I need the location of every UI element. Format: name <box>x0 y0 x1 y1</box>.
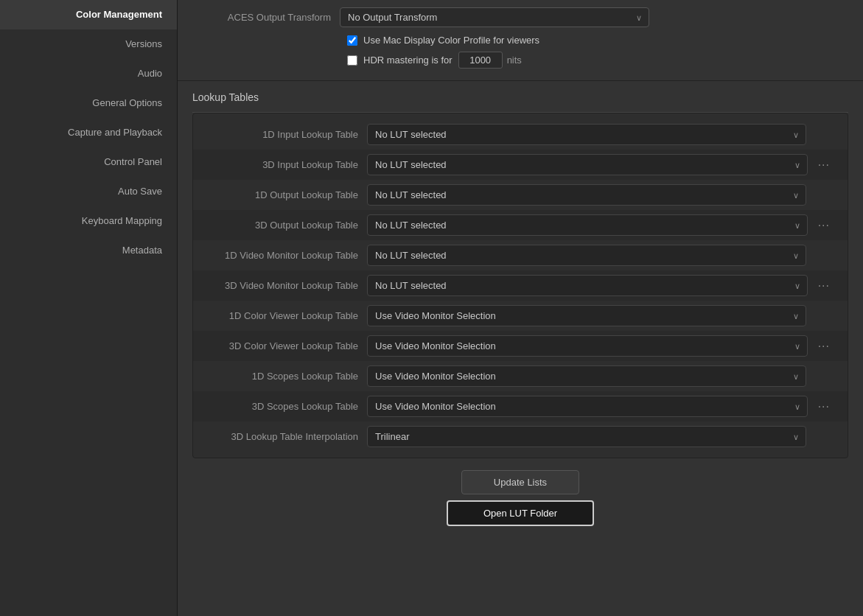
button-row: Update Lists Open LUT Folder <box>192 458 848 526</box>
lookup-tables-title: Lookup Tables <box>192 81 848 113</box>
lookup-label-3d-scopes: 3D Scopes Lookup Table <box>205 401 367 412</box>
mac-display-row: Use Mac Display Color Profile for viewer… <box>347 35 848 46</box>
ellipsis-button-3d-color-viewer[interactable]: ··· <box>812 340 836 353</box>
lookup-label-3d-color-viewer: 3D Color Viewer Lookup Table <box>205 340 367 351</box>
lookup-table-container: 1D Input Lookup TableNo LUT selected3D I… <box>192 113 848 458</box>
update-lists-button[interactable]: Update Lists <box>461 470 579 494</box>
lookup-dropdown-1d-output[interactable]: No LUT selected <box>367 184 806 206</box>
lookup-dropdown-wrapper-3d-video-monitor: No LUT selected <box>367 275 808 296</box>
open-lut-folder-button[interactable]: Open LUT Folder <box>447 500 594 526</box>
sidebar-item-auto-save[interactable]: Auto Save <box>0 177 177 206</box>
sidebar-item-versions[interactable]: Versions <box>0 29 177 59</box>
lookup-dropdown-wrapper-1d-scopes: Use Video Monitor Selection <box>367 365 806 387</box>
hdr-row: HDR mastering is for 1000 nits <box>347 52 848 69</box>
lookup-label-3d-input: 3D Input Lookup Table <box>205 159 367 170</box>
aces-row: ACES Output Transform No Output Transfor… <box>192 7 848 27</box>
lookup-row-3d-color-viewer: 3D Color Viewer Lookup TableUse Video Mo… <box>193 331 848 361</box>
lookup-dropdown-wrapper-1d-video-monitor: No LUT selected <box>367 245 806 266</box>
lookup-dropdown-3d-output[interactable]: No LUT selected <box>367 214 808 236</box>
lookup-dropdown-3d-input[interactable]: No LUT selected <box>367 154 808 175</box>
ellipsis-button-3d-output[interactable]: ··· <box>812 219 836 232</box>
sidebar-item-control-panel[interactable]: Control Panel <box>0 147 177 177</box>
lookup-dropdown-wrapper-3d-input: No LUT selected <box>367 154 808 175</box>
sidebar-item-audio[interactable]: Audio <box>0 59 177 88</box>
lookup-label-3d-video-monitor: 3D Video Monitor Lookup Table <box>205 280 367 291</box>
lookup-dropdown-1d-color-viewer[interactable]: Use Video Monitor Selection <box>367 305 806 326</box>
main-content: ACES Output Transform No Output Transfor… <box>178 0 863 616</box>
ellipsis-button-3d-video-monitor[interactable]: ··· <box>812 279 836 293</box>
hdr-unit: nits <box>507 55 522 66</box>
aces-dropdown-wrapper: No Output Transform <box>340 7 649 27</box>
lookup-dropdown-wrapper-1d-input: No LUT selected <box>367 124 806 145</box>
hdr-checkbox[interactable] <box>347 55 357 66</box>
sidebar-item-keyboard-mapping[interactable]: Keyboard Mapping <box>0 206 177 236</box>
mac-display-label: Use Mac Display Color Profile for viewer… <box>363 35 539 46</box>
lookup-row-3d-input: 3D Input Lookup TableNo LUT selected··· <box>193 150 848 180</box>
hdr-value-input[interactable]: 1000 <box>458 52 503 69</box>
lookup-label-1d-input: 1D Input Lookup Table <box>205 129 367 140</box>
aces-label: ACES Output Transform <box>192 12 340 23</box>
lookup-label-3d-interpolation: 3D Lookup Table Interpolation <box>205 431 367 442</box>
ellipsis-button-3d-scopes[interactable]: ··· <box>812 400 836 413</box>
lookup-row-3d-video-monitor: 3D Video Monitor Lookup TableNo LUT sele… <box>193 270 848 301</box>
sidebar-item-capture-and-playback[interactable]: Capture and Playback <box>0 118 177 147</box>
hdr-label: HDR mastering is for <box>363 55 453 66</box>
lookup-dropdown-3d-interpolation[interactable]: Trilinear <box>367 426 806 447</box>
mac-display-checkbox[interactable] <box>347 35 357 46</box>
lookup-row-3d-scopes: 3D Scopes Lookup TableUse Video Monitor … <box>193 391 848 421</box>
lookup-row-1d-color-viewer: 1D Color Viewer Lookup TableUse Video Mo… <box>193 301 848 331</box>
lookup-dropdown-wrapper-3d-scopes: Use Video Monitor Selection <box>367 396 808 417</box>
lookup-dropdown-wrapper-3d-output: No LUT selected <box>367 214 808 236</box>
lookup-row-1d-input: 1D Input Lookup TableNo LUT selected <box>193 119 848 150</box>
lookup-dropdown-wrapper-1d-color-viewer: Use Video Monitor Selection <box>367 305 806 326</box>
lookup-row-1d-output: 1D Output Lookup TableNo LUT selected <box>193 180 848 210</box>
top-section: ACES Output Transform No Output Transfor… <box>178 0 863 81</box>
lookup-dropdown-wrapper-3d-interpolation: Trilinear <box>367 426 806 447</box>
lookup-row-3d-interpolation: 3D Lookup Table InterpolationTrilinear <box>193 421 848 452</box>
lookup-label-3d-output: 3D Output Lookup Table <box>205 220 367 231</box>
lookup-section: Lookup Tables 1D Input Lookup TableNo LU… <box>178 81 863 541</box>
lookup-label-1d-output: 1D Output Lookup Table <box>205 189 367 200</box>
lookup-row-1d-video-monitor: 1D Video Monitor Lookup TableNo LUT sele… <box>193 240 848 270</box>
lookup-dropdown-1d-scopes[interactable]: Use Video Monitor Selection <box>367 365 806 387</box>
sidebar-item-metadata[interactable]: Metadata <box>0 236 177 265</box>
lookup-label-1d-video-monitor: 1D Video Monitor Lookup Table <box>205 250 367 261</box>
lookup-row-1d-scopes: 1D Scopes Lookup TableUse Video Monitor … <box>193 361 848 391</box>
sidebar-item-color-management[interactable]: Color Management <box>0 0 177 29</box>
lookup-dropdown-1d-input[interactable]: No LUT selected <box>367 124 806 145</box>
ellipsis-button-3d-input[interactable]: ··· <box>812 158 836 172</box>
lookup-label-1d-scopes: 1D Scopes Lookup Table <box>205 371 367 382</box>
lookup-dropdown-wrapper-3d-color-viewer: Use Video Monitor Selection <box>367 335 808 357</box>
lookup-dropdown-1d-video-monitor[interactable]: No LUT selected <box>367 245 806 266</box>
sidebar-item-general-options[interactable]: General Options <box>0 88 177 118</box>
lookup-dropdown-wrapper-1d-output: No LUT selected <box>367 184 806 206</box>
sidebar: Color ManagementVersionsAudioGeneral Opt… <box>0 0 178 616</box>
lookup-label-1d-color-viewer: 1D Color Viewer Lookup Table <box>205 310 367 321</box>
aces-dropdown[interactable]: No Output Transform <box>340 7 649 27</box>
lookup-dropdown-3d-video-monitor[interactable]: No LUT selected <box>367 275 808 296</box>
lookup-dropdown-3d-color-viewer[interactable]: Use Video Monitor Selection <box>367 335 808 357</box>
lookup-dropdown-3d-scopes[interactable]: Use Video Monitor Selection <box>367 396 808 417</box>
lookup-row-3d-output: 3D Output Lookup TableNo LUT selected··· <box>193 210 848 240</box>
